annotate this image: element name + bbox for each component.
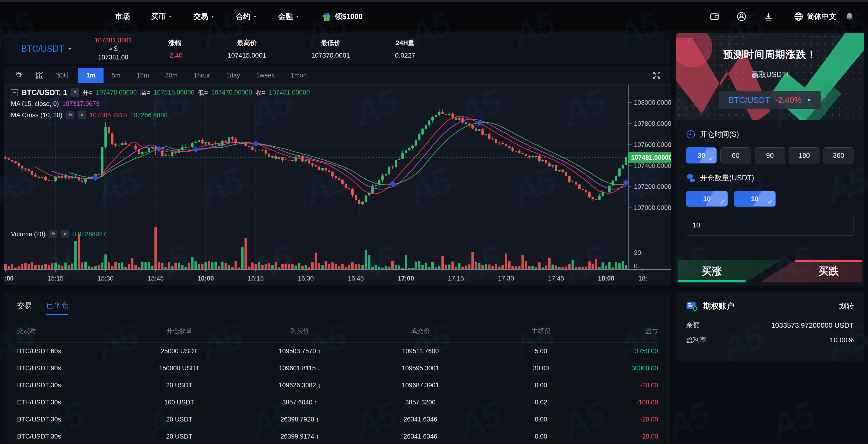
svg-text:16:00: 16:00 — [197, 275, 214, 282]
chevron-down-icon: ▼ — [68, 47, 72, 51]
indicator-icon[interactable] — [35, 70, 45, 81]
close-icon[interactable]: × — [61, 230, 69, 239]
banner-title: 预测时间周期涨跌！ — [676, 48, 864, 61]
table-cell: 30.00 — [481, 364, 601, 372]
timeframe-1hour[interactable]: 1hour — [186, 68, 218, 83]
time-option-180[interactable]: 180 — [789, 147, 819, 163]
ma-cross-fast-value: 107385.7910 — [90, 112, 127, 119]
language-selector[interactable]: 简体中文 — [794, 11, 836, 22]
table-cell: BTC/USDT 30s — [17, 416, 119, 423]
transfer-link[interactable]: 划转 — [839, 301, 854, 311]
ma-label: MA (15, close, 0) — [11, 100, 59, 107]
arrow-down-icon: ↓ — [318, 382, 321, 389]
table-cell: ETH/USDT 30s — [17, 399, 119, 406]
tab-closed[interactable]: 已平仓 — [46, 300, 68, 315]
converted-price: 107381.00 — [95, 53, 132, 62]
open-amount-section: 开仓数量(USDT) 10✓10✓ — [676, 173, 864, 235]
trades-panel: 交易 已平仓 交易对开仓数量购买价成交价手续费盈亏 BTC/USDT 60s25… — [4, 292, 671, 444]
option-label: 360 — [833, 152, 844, 159]
low-label: 低= — [198, 88, 208, 97]
timeframe-1mon[interactable]: 1mon — [283, 68, 315, 83]
table-cell: BTC/USDT 30s — [17, 382, 119, 389]
svg-text:16:30: 16:30 — [298, 275, 314, 282]
svg-text:16:15: 16:15 — [248, 275, 264, 282]
stat-value: 0.0227 — [395, 52, 415, 59]
amount-input[interactable] — [686, 215, 854, 235]
table-cell: 3750.00 — [601, 348, 658, 355]
realtime-tab[interactable]: 实时 — [56, 71, 69, 80]
svg-text:0.: 0. — [634, 262, 640, 269]
close-value: 107481.00000 — [269, 89, 310, 96]
timeframe-1week[interactable]: 1week — [248, 68, 283, 83]
volume-legend: Volume (20) × 0.02268927 — [11, 230, 106, 239]
table-cell: -20.00 — [601, 433, 658, 440]
open-value: 107470.00000 — [96, 89, 137, 96]
pair-dropdown[interactable]: BTC/USDT -2.40% ▼ — [719, 91, 821, 109]
account-icon[interactable] — [736, 11, 747, 22]
timeframe-5m[interactable]: 5m — [103, 68, 129, 83]
close-icon[interactable]: × — [78, 111, 86, 119]
gear-icon[interactable] — [66, 111, 74, 119]
timeframe-1m[interactable]: 1m — [78, 68, 103, 83]
trades-tabs: 交易 已平仓 — [17, 300, 658, 315]
stat-label: 最低价 — [321, 38, 341, 47]
table-row: ETH/USDT 30s100 USDT3857.6040 ↑3857.3200… — [17, 394, 658, 411]
open-label: 开= — [83, 88, 93, 97]
table-header: 交易对 — [17, 326, 119, 335]
svg-text:107000.00000: 107000.00000 — [634, 204, 671, 211]
nav-item[interactable]: 金融▼ — [278, 11, 299, 22]
svg-text:107481.00000: 107481.00000 — [631, 154, 671, 161]
high-value: 107515.00000 — [154, 89, 194, 96]
bell-icon[interactable] — [844, 11, 855, 22]
prediction-panel: 预测时间周期涨跌！ 赢取USDT! BTC/USDT -2.40% ▼ — [676, 33, 864, 285]
table-row: BTC/USDT 30s20 USDT26399.9174 ↑26341.634… — [17, 428, 658, 444]
chart-toolbar: 实时 1m5m15m30m1hour1day1week1mon — [4, 66, 671, 85]
check-icon: ✓ — [720, 198, 725, 206]
nav-item[interactable]: 合约▼ — [236, 11, 257, 22]
nav-item-label: 市场 — [115, 11, 130, 22]
nav-item[interactable]: 交易▼ — [193, 11, 215, 22]
wallet-icon[interactable] — [709, 11, 720, 22]
table-cell: 0.00 — [481, 382, 601, 389]
candlestick-chart[interactable]: BTC/USDT, 1 开=107470.00000 高=107515.0000… — [4, 85, 671, 285]
amount-option[interactable]: 10✓ — [734, 191, 776, 207]
time-option-90[interactable]: 90 — [755, 147, 785, 163]
table-header: 盈亏 — [601, 326, 658, 335]
coins-icon — [686, 173, 695, 183]
table-cell: 0.02 — [481, 399, 601, 406]
pair-selector[interactable]: BTC/USDT ▼ — [21, 44, 72, 54]
gear-icon[interactable] — [49, 230, 57, 239]
stat-label: 24H量 — [396, 38, 414, 47]
table-row: BTC/USDT 30s20 USDT109626.3082 ↓109687.3… — [17, 377, 658, 394]
time-option-60[interactable]: 60 — [720, 147, 751, 163]
nav-item[interactable]: 市场 — [115, 11, 130, 22]
gear-icon[interactable] — [71, 88, 79, 97]
download-icon[interactable] — [763, 11, 774, 22]
time-option-360[interactable]: 360 — [823, 147, 854, 163]
symbol-stat: 最高价107415.0001 — [227, 38, 266, 59]
timeframe-15m[interactable]: 15m — [129, 68, 157, 83]
bonus-button[interactable]: 领$1000 — [322, 11, 363, 22]
nav-item[interactable]: 买币▼ — [151, 11, 172, 22]
chart-settings-icon[interactable] — [13, 70, 24, 81]
option-label: 180 — [799, 152, 810, 159]
nav-item-label: 金融 — [278, 11, 293, 22]
timeframe-30m[interactable]: 30m — [157, 68, 186, 83]
svg-text:15:00: 15:00 — [4, 275, 14, 282]
table-cell: 109687.3901 — [360, 382, 481, 389]
amount-option[interactable]: 10✓ — [686, 191, 728, 207]
time-option-30[interactable]: 30✓ — [686, 147, 717, 163]
fullscreen-icon[interactable] — [651, 70, 662, 81]
language-label: 简体中文 — [807, 11, 836, 22]
profit-rate-label: 盈利率 — [686, 335, 707, 345]
chart-panel: 实时 1m5m15m30m1hour1day1week1mon BTC/USDT… — [4, 66, 671, 285]
svg-text:17:00: 17:00 — [398, 275, 414, 282]
pair-label: BTC/USDT — [21, 44, 64, 54]
tab-trading[interactable]: 交易 — [17, 301, 32, 315]
main-area: BTC/USDT ▼ 107381.0001 ≈ $ 107381.00 涨幅-… — [0, 31, 868, 444]
timeframe-1day[interactable]: 1day — [218, 68, 248, 83]
symbol-stat: 24H量0.0227 — [395, 38, 415, 59]
options-account-icon — [686, 300, 699, 312]
collapse-icon[interactable] — [11, 89, 18, 96]
option-label: 10 — [751, 195, 758, 203]
